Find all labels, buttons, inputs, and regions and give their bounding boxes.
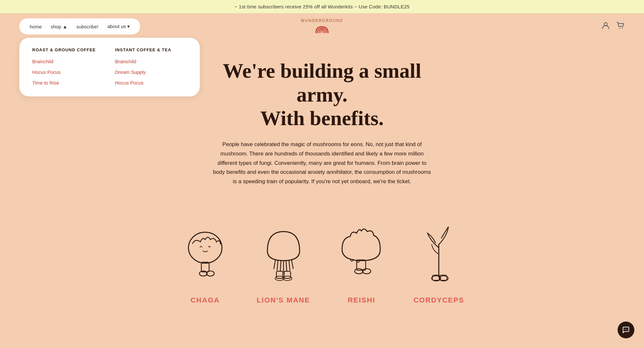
mushroom-chaga: CHAGA bbox=[179, 219, 231, 304]
chaga-illustration bbox=[179, 219, 231, 290]
logo-text: WUNDERGROUND bbox=[301, 18, 343, 23]
dropdown-col-instant: INSTANT COFFEE & TEA Brainchild Dream Su… bbox=[115, 47, 171, 87]
dropdown-item-brainchild-instant[interactable]: Brainchild bbox=[115, 57, 171, 65]
user-icon[interactable] bbox=[601, 21, 610, 32]
hero-heading: We're building a small army. With benefi… bbox=[209, 59, 435, 130]
nav-subscribe[interactable]: subscribe! bbox=[72, 22, 102, 31]
main-nav: home shop ▲ subscribe! about us ▾ bbox=[19, 18, 140, 35]
svg-point-1 bbox=[620, 28, 620, 29]
svg-line-13 bbox=[292, 260, 293, 269]
svg-line-12 bbox=[289, 261, 290, 270]
svg-line-8 bbox=[277, 261, 278, 270]
dropdown-col-roast: ROAST & GROUND COFFEE Brainchild Hocus P… bbox=[32, 47, 96, 87]
nav-right bbox=[601, 21, 625, 32]
cordyceps-label: CORDYCEPS bbox=[413, 296, 464, 304]
svg-point-19 bbox=[355, 269, 363, 274]
svg-rect-14 bbox=[276, 271, 283, 278]
announcement-bar: ~ 1st time subscribers receive 25% off a… bbox=[0, 0, 644, 13]
dropdown-category-roast: ROAST & GROUND COFFEE bbox=[32, 47, 96, 52]
mushroom-lions-mane: LION'S MANE bbox=[257, 219, 310, 304]
shop-dropdown: ROAST & GROUND COFFEE Brainchild Hocus P… bbox=[19, 38, 200, 96]
dropdown-item-hocus-pocus-roast[interactable]: Hocus Pocus bbox=[32, 68, 96, 76]
svg-rect-15 bbox=[284, 271, 291, 278]
hero-line2: With benefits. bbox=[260, 107, 384, 130]
svg-point-20 bbox=[362, 269, 371, 274]
svg-line-7 bbox=[274, 260, 275, 269]
mushroom-cordyceps: CORDYCEPS bbox=[413, 219, 465, 304]
nav-about[interactable]: about us ▾ bbox=[103, 22, 134, 31]
dropdown-item-hocus-pocus-instant[interactable]: Hocus Pocus bbox=[115, 79, 171, 87]
dropdown-item-brainchild-roast[interactable]: Brainchild bbox=[32, 57, 96, 65]
mushroom-reishi: REISHI bbox=[336, 219, 387, 304]
dropdown-category-instant: INSTANT COFFEE & TEA bbox=[115, 47, 171, 52]
svg-point-3 bbox=[188, 232, 222, 263]
svg-point-26 bbox=[624, 329, 625, 330]
cordyceps-illustration bbox=[413, 219, 465, 290]
cart-icon[interactable] bbox=[616, 21, 625, 32]
dropdown-item-dream-supply[interactable]: Dream Supply bbox=[115, 68, 171, 76]
svg-line-11 bbox=[286, 261, 287, 271]
hero-body: People have celebrated the magic of mush… bbox=[213, 140, 432, 186]
svg-point-27 bbox=[626, 329, 626, 330]
reishi-label: REISHI bbox=[348, 296, 375, 304]
lions-mane-label: LION'S MANE bbox=[257, 296, 310, 304]
mushroom-section: CHAGA LION'S MANE bbox=[0, 199, 644, 330]
svg-point-6 bbox=[207, 271, 214, 276]
logo-icon bbox=[314, 24, 330, 35]
svg-line-9 bbox=[280, 261, 281, 271]
lions-mane-illustration bbox=[258, 219, 309, 290]
reishi-illustration bbox=[336, 219, 387, 290]
nav-home[interactable]: home bbox=[26, 22, 46, 31]
logo[interactable]: WUNDERGROUND bbox=[301, 18, 343, 35]
nav-shop[interactable]: shop ▲ bbox=[47, 22, 72, 31]
header: home shop ▲ subscribe! about us ▾ ROAST … bbox=[0, 13, 644, 40]
hero-line1: We're building a small army. bbox=[223, 59, 421, 106]
announcement-text: ~ 1st time subscribers receive 25% off a… bbox=[235, 4, 410, 9]
chaga-label: CHAGA bbox=[190, 296, 220, 304]
svg-point-2 bbox=[622, 28, 623, 29]
chat-button[interactable] bbox=[618, 322, 634, 338]
svg-point-28 bbox=[627, 329, 628, 330]
dropdown-item-time-to-rise[interactable]: Time to Rise bbox=[32, 79, 96, 87]
